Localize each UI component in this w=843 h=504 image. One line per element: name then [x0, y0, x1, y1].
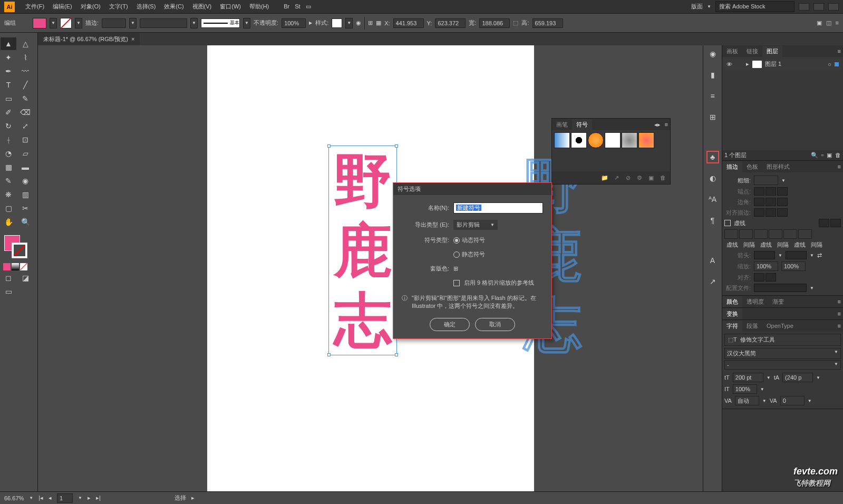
menu-file[interactable]: 文件(F) [21, 1, 49, 13]
gap-input[interactable] [769, 229, 782, 239]
shape-builder-tool[interactable]: ◔ [1, 147, 16, 160]
stroke-style-dropdown[interactable]: ▼ [243, 18, 250, 28]
artboard-tool[interactable]: ▢ [1, 202, 16, 215]
stroke-weight-dropdown[interactable]: ▼ [129, 18, 137, 28]
dashed-checkbox[interactable] [724, 220, 731, 226]
touch-type-tool[interactable]: ⬚T修饰文字工具 [724, 334, 841, 346]
swap-arrow-icon[interactable]: ⇄ [817, 252, 822, 259]
dash-align[interactable] [819, 219, 829, 227]
stroke-tab[interactable]: 描边 [722, 161, 742, 172]
nav-prev-icon[interactable]: ◂ [49, 495, 52, 501]
gap-input[interactable] [739, 229, 753, 239]
menu-effect[interactable]: 效果(C) [160, 1, 188, 13]
opacity-flyout-icon[interactable]: ▶ [309, 21, 312, 25]
minimize-button[interactable] [799, 3, 809, 11]
align-center[interactable] [754, 208, 764, 217]
nav-next-icon[interactable]: ▸ [88, 495, 91, 501]
symbols-dock-icon[interactable]: ♣ [706, 151, 719, 163]
stroke-weight-input[interactable] [754, 176, 778, 185]
status-flyout-icon[interactable]: ▸ [191, 495, 195, 501]
fill-swatch[interactable] [33, 18, 46, 28]
export-icon[interactable]: ↗ [706, 275, 719, 288]
place-symbol-icon[interactable]: ↗ [612, 173, 621, 182]
cap-butt[interactable] [754, 187, 764, 196]
arrow-start[interactable] [754, 251, 775, 259]
color-tab[interactable]: 颜色 [722, 296, 742, 307]
para-styles-icon[interactable]: ¶ [706, 214, 719, 227]
curvature-tool[interactable]: 〰 [17, 65, 33, 77]
shape-mode-icon[interactable]: ▣ [817, 20, 822, 26]
dash-input[interactable] [783, 229, 797, 239]
shaper-tool[interactable]: ✐ [1, 106, 16, 119]
profile-select[interactable] [754, 284, 807, 292]
tracking-input[interactable] [780, 396, 805, 405]
fill-dropdown[interactable]: ▼ [50, 18, 57, 28]
cap-projecting[interactable] [777, 187, 788, 196]
options-menu-icon[interactable]: ≡ [836, 20, 839, 26]
selection-handle[interactable] [395, 353, 398, 356]
kerning-input[interactable] [735, 396, 759, 405]
registration-grid[interactable]: ⊞ [453, 265, 458, 272]
pen-tool[interactable]: ✒ [1, 65, 16, 77]
color-guide-icon[interactable]: ◉ [706, 47, 719, 60]
close-window-button[interactable] [828, 3, 839, 11]
menu-edit[interactable]: 编辑(E) [49, 1, 76, 13]
break-link-icon[interactable]: ⊘ [624, 173, 632, 182]
link-wh-icon[interactable]: ⬚ [513, 20, 518, 26]
free-transform-tool[interactable]: ⊡ [17, 133, 33, 146]
lasso-tool[interactable]: ⌇ [17, 51, 33, 64]
delete-symbol-icon[interactable]: 🗑 [658, 173, 667, 182]
character-tab[interactable]: 字符 [722, 321, 742, 332]
align-dock-icon[interactable]: ⊞ [706, 111, 719, 123]
paragraph-tab[interactable]: 段落 [742, 321, 762, 332]
font-size-input[interactable] [733, 373, 763, 382]
selection-tool[interactable]: ▲ [1, 37, 16, 50]
line-tool[interactable]: ╱ [17, 79, 33, 91]
maximize-button[interactable] [813, 3, 824, 11]
symbol-thumb[interactable] [605, 132, 621, 148]
align-inside[interactable] [766, 208, 776, 217]
workspace-label[interactable]: 版面 [691, 3, 703, 11]
corner-bevel[interactable] [777, 198, 788, 206]
panel-menu-icon[interactable]: ≡ [836, 311, 843, 317]
h-input[interactable] [532, 18, 563, 28]
artboards-tab[interactable]: 画板 [722, 46, 742, 57]
dynamic-symbol-radio[interactable]: 动态符号 [453, 236, 485, 244]
none-mode[interactable] [20, 263, 27, 270]
align-outside[interactable] [777, 208, 788, 217]
rotate-tool[interactable]: ↻ [1, 120, 16, 132]
draw-behind[interactable]: ◪ [17, 272, 33, 284]
visibility-icon[interactable]: 👁 [726, 61, 732, 67]
w-input[interactable] [479, 18, 510, 28]
ok-button[interactable]: 确定 [430, 318, 470, 331]
zoom-tool[interactable]: 🔍 [17, 216, 33, 228]
locate-icon[interactable]: 🔍 [811, 152, 818, 159]
y-input[interactable] [435, 18, 466, 28]
symbol-sprayer-tool[interactable]: ❋ [1, 188, 16, 201]
swatches-tab[interactable]: 色板 [742, 161, 762, 172]
brush-dropdown[interactable]: ▼ [190, 18, 198, 28]
export-type-select[interactable]: 影片剪辑▼ [453, 220, 498, 230]
char-styles-icon[interactable]: ᴬA [706, 193, 719, 206]
layers-tab[interactable]: 图层 [762, 46, 782, 57]
layer-row[interactable]: 👁 ▸ 图层 1 ○ [724, 59, 841, 69]
gradient-tool[interactable]: ▬ [17, 161, 33, 173]
symbol-thumb[interactable] [571, 132, 587, 148]
brush-definition[interactable] [140, 18, 187, 28]
arrow-align2[interactable] [766, 273, 776, 282]
blend-tool[interactable]: ◉ [17, 175, 33, 187]
swatches-icon[interactable]: ▮ [706, 69, 719, 81]
delete-layer-icon[interactable]: 🗑 [835, 152, 841, 159]
vscale-input[interactable] [733, 384, 757, 394]
font-family-select[interactable]: 汉仪大黑简▼ [724, 348, 841, 359]
font-style-select[interactable]: -▼ [724, 360, 841, 370]
stroke-swatch[interactable] [60, 18, 72, 28]
perspective-tool[interactable]: ▱ [17, 147, 33, 160]
links-tab[interactable]: 链接 [742, 46, 762, 57]
screen-mode[interactable]: ▭ [1, 285, 16, 298]
close-tab-icon[interactable]: × [131, 36, 134, 42]
symbols-panel[interactable]: 画笔 符号 ◂▸ ≡ 📁 ↗ ⊘ ⚙ ▣ 🗑 [551, 118, 671, 185]
opacity-input[interactable] [282, 18, 306, 28]
graphic-style-swatch[interactable] [332, 18, 342, 28]
dash-input[interactable] [754, 229, 768, 239]
